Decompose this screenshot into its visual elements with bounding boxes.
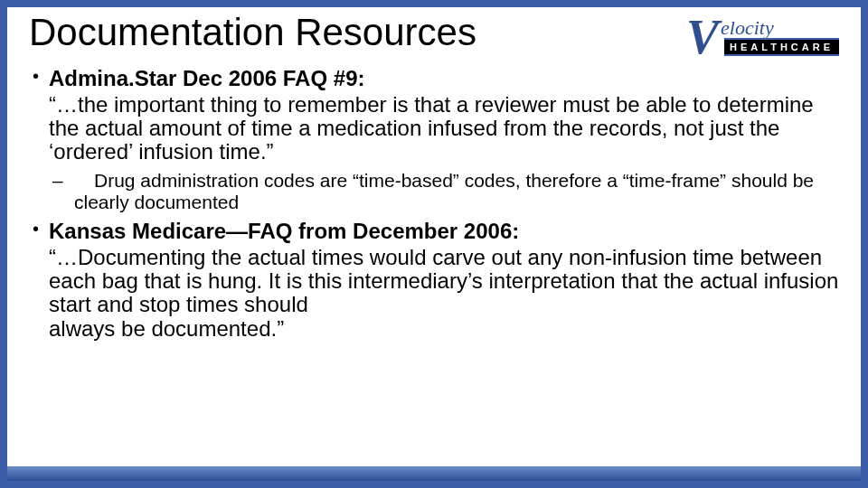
list-item: Kansas Medicare—FAQ from December 2006: … <box>29 219 839 341</box>
sub-list: Drug administration codes are “time-base… <box>49 170 839 213</box>
item-quote: “…Documenting the actual times would car… <box>49 246 839 342</box>
sub-item-text: Drug administration codes are “time-base… <box>74 170 814 212</box>
logo-mark: V elocity HEALTHCARE <box>686 13 839 61</box>
page-title: Documentation Resources <box>29 11 476 52</box>
list-item: Admina.Star Dec 2006 FAQ #9: “…the impor… <box>29 66 839 213</box>
slide: Documentation Resources V elocity HEALTH… <box>0 0 868 488</box>
item-quote: “…the important thing to remember is tha… <box>49 93 839 164</box>
logo-healthcare: HEALTHCARE <box>724 38 839 56</box>
logo-v: V <box>686 13 719 61</box>
sub-item: Drug administration codes are “time-base… <box>49 170 839 213</box>
slide-header: Documentation Resources V elocity HEALTH… <box>29 11 839 61</box>
item-lead: Kansas Medicare—FAQ from December 2006: <box>49 219 519 243</box>
logo: V elocity HEALTHCARE <box>686 11 839 61</box>
bullet-list: Admina.Star Dec 2006 FAQ #9: “…the impor… <box>29 66 839 341</box>
logo-elocity: elocity <box>721 16 774 39</box>
item-lead: Admina.Star Dec 2006 FAQ #9: <box>49 66 364 90</box>
